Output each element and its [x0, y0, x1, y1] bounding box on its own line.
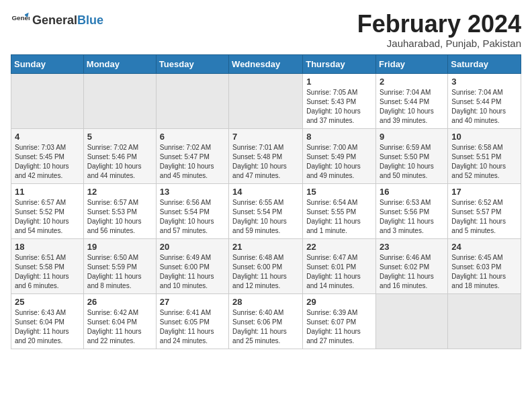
- calendar-cell: 24Sunrise: 6:45 AM Sunset: 6:03 PM Dayli…: [448, 238, 521, 293]
- day-info: Sunrise: 7:05 AM Sunset: 5:43 PM Dayligh…: [306, 88, 372, 126]
- title-area: February 2024 Jauharabad, Punjab, Pakist…: [357, 11, 521, 49]
- day-info: Sunrise: 6:59 AM Sunset: 5:50 PM Dayligh…: [380, 143, 444, 181]
- calendar-cell: 29Sunrise: 6:39 AM Sunset: 6:07 PM Dayli…: [303, 293, 376, 349]
- day-number: 14: [232, 187, 299, 197]
- calendar-cell: 25Sunrise: 6:43 AM Sunset: 6:04 PM Dayli…: [11, 293, 84, 349]
- day-number: 11: [15, 187, 80, 197]
- day-number: 18: [15, 242, 80, 252]
- calendar-cell: 17Sunrise: 6:52 AM Sunset: 5:57 PM Dayli…: [448, 183, 521, 238]
- logo-blue: Blue: [77, 13, 103, 28]
- day-number: 5: [87, 132, 152, 142]
- calendar-cell: 14Sunrise: 6:55 AM Sunset: 5:54 PM Dayli…: [229, 183, 303, 238]
- day-info: Sunrise: 6:50 AM Sunset: 5:59 PM Dayligh…: [87, 253, 152, 291]
- day-info: Sunrise: 6:40 AM Sunset: 6:06 PM Dayligh…: [232, 308, 299, 346]
- day-number: 23: [380, 242, 444, 252]
- day-number: 17: [451, 187, 517, 197]
- day-info: Sunrise: 6:54 AM Sunset: 5:55 PM Dayligh…: [306, 198, 372, 236]
- weekday-header-friday: Friday: [376, 54, 448, 73]
- week-row-2: 4Sunrise: 7:03 AM Sunset: 5:45 PM Daylig…: [11, 128, 521, 183]
- day-number: 19: [87, 242, 152, 252]
- week-row-3: 11Sunrise: 6:57 AM Sunset: 5:52 PM Dayli…: [11, 183, 521, 238]
- day-info: Sunrise: 6:49 AM Sunset: 6:00 PM Dayligh…: [160, 253, 225, 291]
- header: General General Blue February 2024 Jauha…: [11, 11, 521, 49]
- calendar-cell: 10Sunrise: 6:58 AM Sunset: 5:51 PM Dayli…: [448, 128, 521, 183]
- calendar-cell: 1Sunrise: 7:05 AM Sunset: 5:43 PM Daylig…: [303, 73, 376, 128]
- day-number: 3: [451, 77, 517, 87]
- day-number: 24: [451, 242, 517, 252]
- calendar-cell: [448, 293, 521, 349]
- day-info: Sunrise: 7:00 AM Sunset: 5:49 PM Dayligh…: [306, 143, 372, 181]
- day-info: Sunrise: 6:45 AM Sunset: 6:03 PM Dayligh…: [451, 253, 517, 291]
- weekday-header-row: SundayMondayTuesdayWednesdayThursdayFrid…: [11, 54, 521, 73]
- day-info: Sunrise: 7:03 AM Sunset: 5:45 PM Dayligh…: [15, 143, 80, 181]
- day-info: Sunrise: 7:04 AM Sunset: 5:44 PM Dayligh…: [451, 88, 517, 126]
- weekday-header-thursday: Thursday: [303, 54, 376, 73]
- logo-icon: General: [11, 11, 30, 30]
- day-info: Sunrise: 6:48 AM Sunset: 6:00 PM Dayligh…: [232, 253, 299, 291]
- week-row-5: 25Sunrise: 6:43 AM Sunset: 6:04 PM Dayli…: [11, 293, 521, 349]
- day-number: 29: [306, 297, 372, 307]
- calendar-cell: 7Sunrise: 7:01 AM Sunset: 5:48 PM Daylig…: [229, 128, 303, 183]
- day-info: Sunrise: 6:57 AM Sunset: 5:52 PM Dayligh…: [15, 198, 80, 236]
- day-number: 9: [380, 132, 444, 142]
- logo: General General Blue: [11, 11, 103, 30]
- calendar-cell: 26Sunrise: 6:42 AM Sunset: 6:04 PM Dayli…: [83, 293, 156, 349]
- day-info: Sunrise: 6:39 AM Sunset: 6:07 PM Dayligh…: [306, 308, 372, 346]
- day-number: 8: [306, 132, 372, 142]
- day-number: 6: [160, 132, 225, 142]
- calendar-cell: 27Sunrise: 6:41 AM Sunset: 6:05 PM Dayli…: [156, 293, 228, 349]
- day-number: 28: [232, 297, 299, 307]
- month-title: February 2024: [357, 11, 521, 38]
- calendar-cell: 13Sunrise: 6:56 AM Sunset: 5:54 PM Dayli…: [156, 183, 228, 238]
- calendar-cell: 20Sunrise: 6:49 AM Sunset: 6:00 PM Dayli…: [156, 238, 228, 293]
- weekday-header-monday: Monday: [83, 54, 156, 73]
- day-info: Sunrise: 6:51 AM Sunset: 5:58 PM Dayligh…: [15, 253, 80, 291]
- day-info: Sunrise: 6:57 AM Sunset: 5:53 PM Dayligh…: [87, 198, 152, 236]
- day-info: Sunrise: 6:41 AM Sunset: 6:05 PM Dayligh…: [160, 308, 225, 346]
- calendar-cell: 8Sunrise: 7:00 AM Sunset: 5:49 PM Daylig…: [303, 128, 376, 183]
- day-number: 7: [232, 132, 299, 142]
- day-number: 10: [451, 132, 517, 142]
- day-number: 27: [160, 297, 225, 307]
- day-info: Sunrise: 7:02 AM Sunset: 5:46 PM Dayligh…: [87, 143, 152, 181]
- day-number: 1: [306, 77, 372, 87]
- calendar-cell: 3Sunrise: 7:04 AM Sunset: 5:44 PM Daylig…: [448, 73, 521, 128]
- day-info: Sunrise: 7:04 AM Sunset: 5:44 PM Dayligh…: [380, 88, 444, 126]
- day-number: 20: [160, 242, 225, 252]
- day-info: Sunrise: 6:55 AM Sunset: 5:54 PM Dayligh…: [232, 198, 299, 236]
- calendar-cell: [376, 293, 448, 349]
- calendar-cell: 6Sunrise: 7:02 AM Sunset: 5:47 PM Daylig…: [156, 128, 228, 183]
- week-row-4: 18Sunrise: 6:51 AM Sunset: 5:58 PM Dayli…: [11, 238, 521, 293]
- day-number: 22: [306, 242, 372, 252]
- calendar-cell: 9Sunrise: 6:59 AM Sunset: 5:50 PM Daylig…: [376, 128, 448, 183]
- calendar-cell: 11Sunrise: 6:57 AM Sunset: 5:52 PM Dayli…: [11, 183, 84, 238]
- day-info: Sunrise: 7:02 AM Sunset: 5:47 PM Dayligh…: [160, 143, 225, 181]
- calendar-cell: 16Sunrise: 6:53 AM Sunset: 5:56 PM Dayli…: [376, 183, 448, 238]
- day-info: Sunrise: 6:56 AM Sunset: 5:54 PM Dayligh…: [160, 198, 225, 236]
- day-number: 21: [232, 242, 299, 252]
- day-number: 13: [160, 187, 225, 197]
- location: Jauharabad, Punjab, Pakistan: [357, 38, 521, 49]
- calendar-cell: 2Sunrise: 7:04 AM Sunset: 5:44 PM Daylig…: [376, 73, 448, 128]
- day-info: Sunrise: 6:46 AM Sunset: 6:02 PM Dayligh…: [380, 253, 444, 291]
- logo-general: General: [32, 13, 77, 28]
- day-info: Sunrise: 6:42 AM Sunset: 6:04 PM Dayligh…: [87, 308, 152, 346]
- calendar-cell: 18Sunrise: 6:51 AM Sunset: 5:58 PM Dayli…: [11, 238, 84, 293]
- day-info: Sunrise: 6:53 AM Sunset: 5:56 PM Dayligh…: [380, 198, 444, 236]
- day-info: Sunrise: 7:01 AM Sunset: 5:48 PM Dayligh…: [232, 143, 299, 181]
- calendar-cell: [11, 73, 84, 128]
- day-info: Sunrise: 6:58 AM Sunset: 5:51 PM Dayligh…: [451, 143, 517, 181]
- calendar-cell: [83, 73, 156, 128]
- calendar-cell: 5Sunrise: 7:02 AM Sunset: 5:46 PM Daylig…: [83, 128, 156, 183]
- day-number: 26: [87, 297, 152, 307]
- calendar-cell: 15Sunrise: 6:54 AM Sunset: 5:55 PM Dayli…: [303, 183, 376, 238]
- calendar-cell: 22Sunrise: 6:47 AM Sunset: 6:01 PM Dayli…: [303, 238, 376, 293]
- weekday-header-saturday: Saturday: [448, 54, 521, 73]
- day-number: 12: [87, 187, 152, 197]
- week-row-1: 1Sunrise: 7:05 AM Sunset: 5:43 PM Daylig…: [11, 73, 521, 128]
- calendar-cell: 28Sunrise: 6:40 AM Sunset: 6:06 PM Dayli…: [229, 293, 303, 349]
- day-number: 16: [380, 187, 444, 197]
- weekday-header-sunday: Sunday: [11, 54, 84, 73]
- weekday-header-tuesday: Tuesday: [156, 54, 228, 73]
- day-number: 15: [306, 187, 372, 197]
